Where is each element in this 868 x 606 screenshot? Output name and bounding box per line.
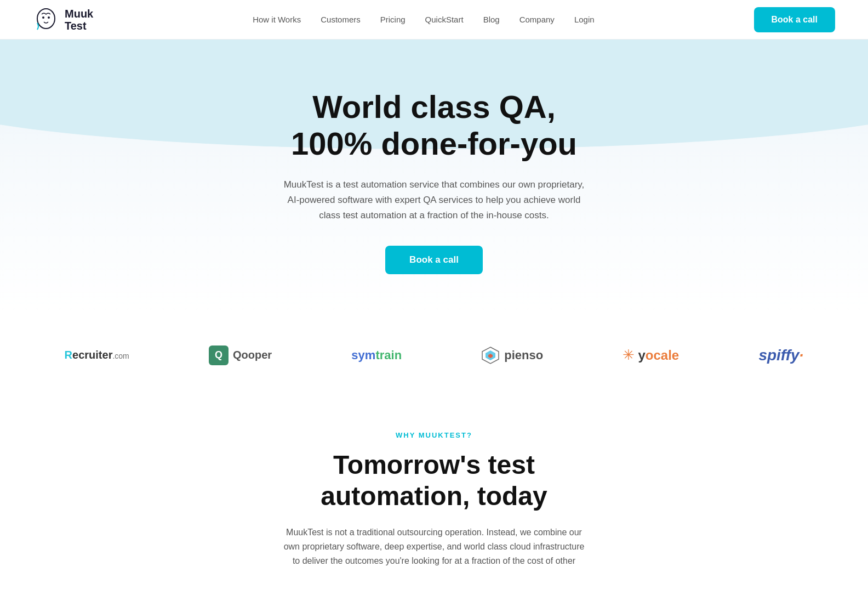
nav-book-call-button[interactable]: Book a call (754, 7, 835, 32)
logo-text: MuukTest (65, 8, 93, 32)
logo-recruiter: Recruiter.com (65, 349, 129, 361)
nav-customers[interactable]: Customers (321, 15, 361, 24)
svg-point-2 (48, 16, 50, 19)
svg-point-0 (37, 9, 55, 29)
why-description: MuukTest is not a traditional outsourcin… (281, 525, 587, 569)
nav-login[interactable]: Login (574, 15, 595, 24)
why-label: WHY MUUKTEST? (22, 431, 846, 439)
nav-how-it-works[interactable]: How it Works (253, 15, 301, 24)
logo-symtrain: symtrain (351, 348, 402, 363)
why-title: Tomorrow's test automation, today (22, 449, 846, 512)
navbar: MuukTest How it Works Customers Pricing … (0, 0, 868, 39)
logo-icon (33, 7, 59, 33)
nav-links: How it Works Customers Pricing QuickStar… (253, 15, 594, 25)
nav-blog[interactable]: Blog (483, 15, 500, 24)
why-section: WHY MUUKTEST? Tomorrow's test automation… (0, 393, 868, 591)
logo-pienso: pienso (481, 346, 543, 365)
pienso-icon (481, 346, 500, 365)
hero-section: World class QA, 100% done-for-you MuukTe… (0, 39, 868, 313)
logo-spiffy: spiffy· (758, 347, 803, 364)
nav-company[interactable]: Company (519, 15, 555, 24)
hero-headline: World class QA, 100% done-for-you (22, 89, 846, 162)
hero-subtitle: MuukTest is a test automation service th… (281, 177, 587, 223)
hero-book-call-button[interactable]: Book a call (385, 246, 483, 274)
logos-section: Recruiter.com Q Qooper symtrain pienso ✳ (0, 313, 868, 393)
nav-quickstart[interactable]: QuickStart (425, 15, 464, 24)
logo-link[interactable]: MuukTest (33, 7, 93, 33)
nav-pricing[interactable]: Pricing (380, 15, 406, 24)
logos-row: Recruiter.com Q Qooper symtrain pienso ✳ (33, 346, 835, 365)
logo-yocale: ✳ yocale (623, 347, 679, 364)
logo-qooper: Q Qooper (209, 346, 272, 365)
svg-point-1 (42, 16, 44, 19)
